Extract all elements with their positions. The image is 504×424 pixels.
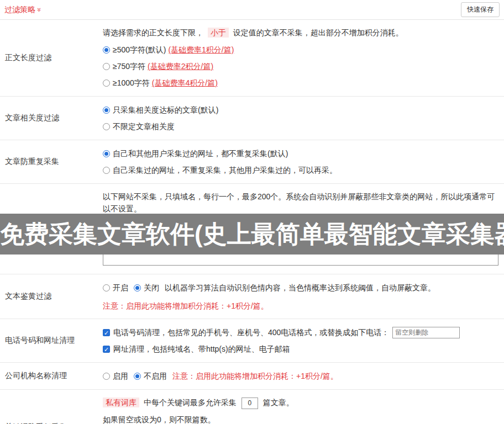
section-label: 公司机构名称清理 [0,363,101,389]
quick-save-button[interactable]: 快速保存 [461,2,500,17]
max-articles-input[interactable] [242,398,258,409]
checkbox-checked-icon[interactable] [103,329,110,336]
fee-note: (基础费率1积分/篇) [168,43,234,56]
radio-checked-icon[interactable] [134,284,141,292]
less-than-tag: 小于 [208,28,229,38]
radio-icon[interactable] [103,284,110,292]
keyword-dedup-line1: 私有词库 中每个关键词最多允许采集 篇文章。 [103,396,501,409]
filter-strategy-toggle[interactable]: 过滤策略 » [4,5,41,15]
section-length-filter: 正文长度过滤 请选择需求的正文长度下限， 小于 设定值的文章不采集，超出部分不增… [0,20,504,97]
dedup-option-own[interactable]: 自己采集过的网址，不重复采集，其他用户采集过的，可以再采。 [103,163,501,177]
phone-clean-option[interactable]: 电话号码清理，包括常见的手机号、座机号、400电话格式，或替换成如下电话： [103,326,501,339]
radio-checked-icon[interactable] [134,373,141,380]
section-company-clean: 公司机构名称清理 启用 不启用 注意：启用此功能将增加积分消耗：+1积分/篇。 [0,363,504,390]
length-option-750[interactable]: ≥750字符 (基础费率2积分/篇) [103,60,501,73]
radio-icon[interactable] [103,123,110,130]
section-relevance-filter: 文章相关度过滤 只采集相关度达标的文章(默认) 不限定文章相关度 [0,97,504,140]
porn-option-off[interactable]: 关闭 [134,281,159,294]
private-lexicon-tag: 私有词库 [103,398,139,407]
radio-checked-icon[interactable] [103,46,110,54]
section-label: 文本鉴黄过滤 [0,274,101,319]
section-label: 文章防重复采集 [0,140,101,183]
section-phone-url-clean: 电话号码和网址清理 电话号码清理，包括常见的手机号、座机号、400电话格式，或替… [0,319,504,363]
fee-note: (基础费率2积分/篇) [148,60,213,73]
topbar: 过滤策略 » 快速保存 [0,0,504,20]
replacement-phone-input[interactable] [392,327,460,338]
porn-filter-desc: 以机器学习算法自动识别色情内容，当色情概率达到系统阈值，自动屏蔽文章。 [165,281,435,294]
keyword-dedup-line2: 如果留空或设为0，则不限篇数。 [103,414,501,424]
radio-checked-icon[interactable] [103,150,110,157]
length-option-1000[interactable]: ≥1000字符 (基础费率4积分/篇) [103,76,501,89]
radio-icon[interactable] [103,63,110,70]
section-dedup-filter: 文章防重复采集 自己和其他用户采集过的网址，都不重复采集(默认) 自己采集过的网… [0,140,504,184]
company-clean-on[interactable]: 启用 [103,369,128,383]
company-clean-note: 注意：启用此功能将增加积分消耗：+1积分/篇。 [172,369,338,383]
length-option-500[interactable]: ≥500字符(默认) (基础费率1积分/篇) [103,43,501,56]
section-porn-filter: 文本鉴黄过滤 开启 关闭 以机器学习算法自动识别色情内容，当色情概率达到系统阈值… [0,274,504,319]
section-label: 关键词防重复采集 [0,390,101,424]
section-site-block: 以下网站不采集，只填域名，每行一个，最多200个。系统会自动识别并屏蔽那些非文章… [0,184,504,274]
section-keyword-dedup: 关键词防重复采集 私有词库 中每个关键词最多允许采集 篇文章。 如果留空或设为0… [0,390,504,424]
relevance-option-any[interactable]: 不限定文章相关度 [103,120,501,133]
section-label: 正文长度过滤 [0,20,101,96]
radio-icon[interactable] [103,80,110,87]
fee-note: (基础费率4积分/篇) [152,76,218,89]
site-block-desc: 以下网站不采集，只填域名，每行一个，最多200个。系统会自动识别并屏蔽那些非文章… [103,190,498,215]
section-label: 电话号码和网址清理 [0,319,101,362]
radio-icon[interactable] [103,373,110,380]
url-clean-option[interactable]: 网址清理，包括纯域名、带http(s)的网址、电子邮箱 [103,342,501,356]
porn-option-on[interactable]: 开启 [103,281,128,294]
page-title: 过滤策略 [4,5,35,15]
radio-checked-icon[interactable] [103,107,110,114]
chevron-down-icon: » [36,8,43,12]
porn-filter-note: 注意：启用此功能将增加积分消耗：+1积分/篇。 [103,300,501,312]
dedup-option-global[interactable]: 自己和其他用户采集过的网址，都不重复采集(默认) [103,147,501,160]
watermark-banner: 免费采集文章软件(史上最简单最智能文章采集器破 [0,214,504,255]
company-clean-off[interactable]: 不启用 [134,369,167,383]
checkbox-checked-icon[interactable] [103,346,110,353]
radio-icon[interactable] [103,167,110,174]
length-filter-intro: 请选择需求的正文长度下限， 小于 设定值的文章不采集，超出部分不增加积分消耗。 [103,26,501,39]
relevance-option-strict[interactable]: 只采集相关度达标的文章(默认) [103,103,501,116]
section-label: 文章相关度过滤 [0,97,101,140]
